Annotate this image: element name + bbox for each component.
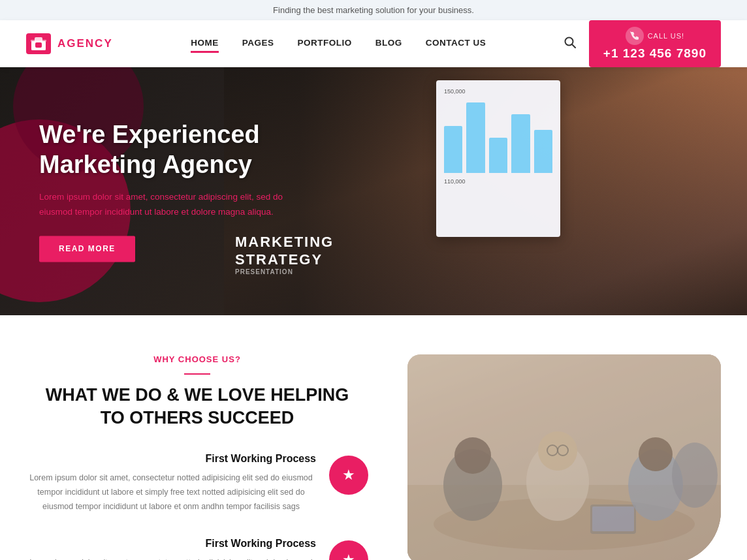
nav-blog[interactable]: BLOG <box>375 38 402 50</box>
search-button[interactable] <box>564 37 576 52</box>
call-button[interactable]: CALL US! +1 123 456 7890 <box>589 20 721 67</box>
logo-icon <box>26 33 51 54</box>
process-text-1: First Working Process Lorem ipsum dolor … <box>26 453 316 514</box>
chart-bar-4 <box>511 114 530 173</box>
section2-title-line1: WHAT WE DO & WE LOVE HELPING <box>46 385 349 405</box>
section2-img-overlay <box>407 354 721 560</box>
process-text-2: First Working Process Lorem ipsum dolor … <box>26 538 316 560</box>
top-bar: Finding the best marketing solution for … <box>0 0 747 20</box>
process-desc-1: Lorem ipsum dolor sit amet, consectetur … <box>26 471 316 514</box>
why-label: WHY CHOOSE US? <box>26 354 368 364</box>
hero-title: We're Experienced Marketing Agency <box>39 120 313 179</box>
section2-office-photo <box>407 354 721 560</box>
logo[interactable]: AGENCY <box>26 33 113 54</box>
search-icon <box>564 37 576 48</box>
chart-bar-2 <box>466 102 485 173</box>
board-sub: PRESENTATION <box>235 268 334 276</box>
process-title-1: First Working Process <box>26 453 316 465</box>
why-choose-section: WHY CHOOSE US? WHAT WE DO & WE LOVE HELP… <box>0 315 747 560</box>
chart-val-low: 110,000 <box>444 178 552 185</box>
header-right: CALL US! +1 123 456 7890 <box>564 20 721 67</box>
hero-section: 150,000 110,000 MARKETING STRATEGY PRESE… <box>0 67 747 315</box>
call-label-row: CALL US! <box>626 27 685 45</box>
hero-desc-highlight: Lorem <box>39 193 64 202</box>
hero-desc: Lorem ipsum dolor sit amet, consectetur … <box>39 191 313 221</box>
process-item-1: First Working Process Lorem ipsum dolor … <box>26 453 368 514</box>
hero-content: We're Experienced Marketing Agency Lorem… <box>39 120 313 262</box>
section2-title-line2: TO OTHERS SUCCEED <box>101 408 294 428</box>
header: AGENCY HOME PAGES PORTFOLIO BLOG CONTACT… <box>0 20 747 67</box>
section2-title: WHAT WE DO & WE LOVE HELPING TO OTHERS S… <box>26 384 368 429</box>
call-icon <box>626 27 644 45</box>
call-number: +1 123 456 7890 <box>603 46 707 61</box>
chart-val-high: 150,000 <box>444 88 552 95</box>
why-divider <box>26 373 368 375</box>
hero-read-more-button[interactable]: READ MORE <box>39 236 135 262</box>
hero-chart: 150,000 110,000 <box>436 80 560 237</box>
section2-right <box>407 354 721 560</box>
process-title-2: First Working Process <box>26 538 316 550</box>
logo-text: AGENCY <box>57 37 113 50</box>
nav-contact[interactable]: CONTACT US <box>426 38 486 50</box>
main-nav: HOME PAGES PORTFOLIO BLOG CONTACT US <box>191 38 486 50</box>
star-icon-1: ★ <box>342 467 355 484</box>
call-label-text: CALL US! <box>648 32 685 40</box>
svg-line-4 <box>572 44 575 48</box>
chart-bars <box>444 95 552 173</box>
process-desc-2: Lorem ipsum dolor sit amet, consectetur … <box>26 556 316 560</box>
chart-bar-3 <box>489 138 507 173</box>
top-bar-message: Finding the best marketing solution for … <box>273 5 474 15</box>
process-icon-2: ★ <box>329 540 368 560</box>
nav-pages[interactable]: PAGES <box>242 38 274 50</box>
nav-home[interactable]: HOME <box>191 38 219 50</box>
process-item-2: First Working Process Lorem ipsum dolor … <box>26 538 368 560</box>
nav-portfolio[interactable]: PORTFOLIO <box>298 38 352 50</box>
section2-left: WHY CHOOSE US? WHAT WE DO & WE LOVE HELP… <box>26 354 368 560</box>
process-icon-1: ★ <box>329 456 368 495</box>
hero-desc-text: ipsum dolor sit amet, consectetur adipis… <box>39 193 283 217</box>
star-icon-2: ★ <box>342 552 355 560</box>
svg-rect-2 <box>31 40 46 42</box>
svg-rect-0 <box>31 41 46 50</box>
chart-bar-5 <box>534 130 552 173</box>
chart-bar-1 <box>444 126 462 173</box>
